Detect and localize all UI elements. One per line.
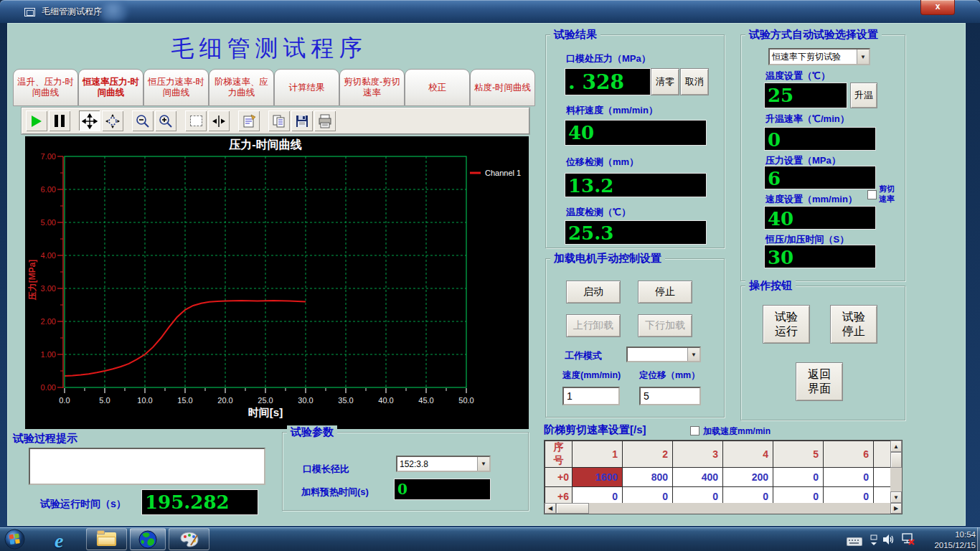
hidden-icons-expander[interactable] [870,534,878,549]
v-scrollbar[interactable]: ▲ ▼ [890,441,902,503]
auto-test-group: 试验方式自动试验选择设置 恒速率下剪切试验 ▼ 温度设置（℃） 25 升温 升温… [740,34,905,281]
zoom-in-icon[interactable] [154,110,177,132]
col-header-empty [874,441,892,468]
col-header: 6 [824,441,874,468]
app-taskbar-button[interactable] [130,528,166,550]
x-tick-label: 0.0 [59,396,70,405]
actions-group: 操作按钮 试验 运行 试验 停止 返回 界面 [740,286,905,420]
copy-icon[interactable] [268,110,291,132]
x-tick-label: 40.0 [378,396,393,405]
tab-step-rate-stress[interactable]: 阶梯速率、应力曲线 [209,69,274,106]
chart-toolbar [22,108,529,134]
start-button[interactable]: 启动 [566,281,621,303]
table-cell[interactable]: 0 [824,468,874,487]
tab-calc-results[interactable]: 计算结果 [274,69,339,106]
die-ratio-select[interactable]: 152:3.8 ▼ [396,456,491,472]
tab-temp-pressure-time[interactable]: 温升、压力-时间曲线 [13,69,78,106]
stop-test-button[interactable]: 试验 停止 [830,305,877,344]
step-table-title: 阶梯剪切速率设置[/s] [544,423,646,437]
x-tick-label: 30.0 [298,396,313,405]
window-titlebar[interactable]: 毛细管测试程序 [0,0,980,23]
motor-group: 加载电机手动控制设置 启动 停止 上行卸载 下行加载 工作模式 ▼ 速度(mm/… [545,258,725,418]
cursor-track-icon[interactable] [207,110,230,132]
pan-icon[interactable] [78,110,101,132]
close-button[interactable]: x [920,0,955,15]
volume-icon[interactable] [882,534,895,548]
test-mode-select[interactable]: 恒速率下剪切试验 ▼ [768,48,870,65]
scroll-right-icon[interactable]: ▶ [890,503,902,514]
runtime-label: 试验运行时间（s） [40,498,126,511]
displacement-value: 13.2 [565,173,707,197]
stop-button[interactable]: 停止 [638,281,692,303]
shear-rate-checkbox-label: 剪切 速率 [879,184,895,204]
h-scrollbar[interactable]: ◀ ▶ [545,503,902,514]
v-scroll-thumb[interactable] [890,452,902,468]
heat-up-button[interactable]: 升温 [850,83,877,108]
cancel-button[interactable]: 取消 [680,68,709,95]
x-tick-label: 20.0 [217,396,232,405]
scroll-up-icon[interactable]: ▲ [890,441,902,452]
save-icon[interactable] [291,110,314,132]
explorer-taskbar-button[interactable] [86,528,127,550]
table-cell-selected[interactable]: 1600 [573,468,623,487]
rect-select-icon[interactable] [184,110,207,132]
play-icon[interactable] [25,110,48,132]
tab-calibration[interactable]: 校正 [405,69,470,106]
table-cell[interactable]: 0 [773,468,824,487]
back-button[interactable]: 返回 界面 [796,362,843,401]
die-pressure-value: . 328 [565,68,651,95]
chevron-down-icon[interactable]: ▼ [477,457,489,471]
tab-viscosity-time[interactable]: 粘度-时间曲线 [470,69,535,106]
auto-test-group-title: 试验方式自动试验选择设置 [745,28,882,42]
manual-speed-input[interactable] [562,387,620,405]
properties-icon[interactable] [237,110,260,132]
x-tick-label: 25.0 [258,396,273,405]
scroll-down-icon[interactable]: ▼ [890,491,902,503]
pause-icon[interactable] [48,110,71,132]
table-cell[interactable]: 400 [673,468,723,487]
table-cell[interactable]: 800 [623,468,673,487]
zoom-axes-icon[interactable] [101,110,124,132]
print-icon[interactable] [314,110,336,132]
folder-icon [97,532,116,546]
network-icon[interactable] [901,533,915,549]
down-load-button[interactable]: 下行加载 [638,314,692,337]
table-cell[interactable]: 200 [723,468,773,487]
paint-palette-icon [179,531,199,548]
zero-button[interactable]: 清零 [651,68,679,95]
internet-explorer-icon[interactable]: e [55,529,76,550]
tab-const-rate-pressure-time[interactable]: 恒速率压力-时间曲线 [78,69,143,106]
start-button[interactable] [4,529,25,551]
col-header: 4 [723,441,773,468]
run-test-button[interactable]: 试验 运行 [763,305,810,344]
load-speed-checkbox[interactable] [690,426,699,435]
page-title: 毛细管测试程序 [129,33,409,65]
temp-detect-value: 25.3 [565,220,707,245]
tray-clock[interactable]: 10:54 2015/12/15 [921,529,976,551]
y-tick-label: 2.00 [41,317,56,326]
window-icon [24,8,35,17]
chevron-down-icon[interactable]: ▼ [687,348,699,361]
show-desktop-button[interactable] [977,527,980,551]
keyboard-icon[interactable] [847,536,862,549]
results-group: 试验结果 口模处压力（MPa） . 328 清零 取消 料杆速度（mm/min）… [545,34,725,248]
fixed-displacement-input[interactable] [639,387,701,405]
tab-shear-viscosity-rate[interactable]: 剪切黏度-剪切速率 [339,69,405,106]
taskbar: e 10:54 20 [0,527,980,551]
temp-set-label: 温度设置（℃） [765,70,830,83]
die-ratio-value: 152:3.8 [397,459,430,469]
work-mode-select[interactable]: ▼ [626,347,701,362]
chart-panel: 7.006.005.004.003.002.001.000.000.05.010… [25,136,529,429]
paint-taskbar-button[interactable] [169,528,209,550]
table-cell[interactable] [874,468,892,487]
h-scroll-thumb[interactable] [556,503,589,514]
tab-const-pressure-rate-time[interactable]: 恒压力速率-时间曲线 [143,69,209,106]
shear-rate-checkbox[interactable] [867,190,877,199]
up-unload-button[interactable]: 上行卸载 [566,314,621,337]
process-hint-box[interactable] [29,448,265,485]
die-pressure-label: 口模处压力（MPa） [566,52,651,65]
chevron-down-icon[interactable]: ▼ [857,50,869,64]
x-tick-label: 15.0 [177,396,192,405]
scroll-left-icon[interactable]: ◀ [545,503,556,514]
zoom-out-icon[interactable] [131,110,154,132]
